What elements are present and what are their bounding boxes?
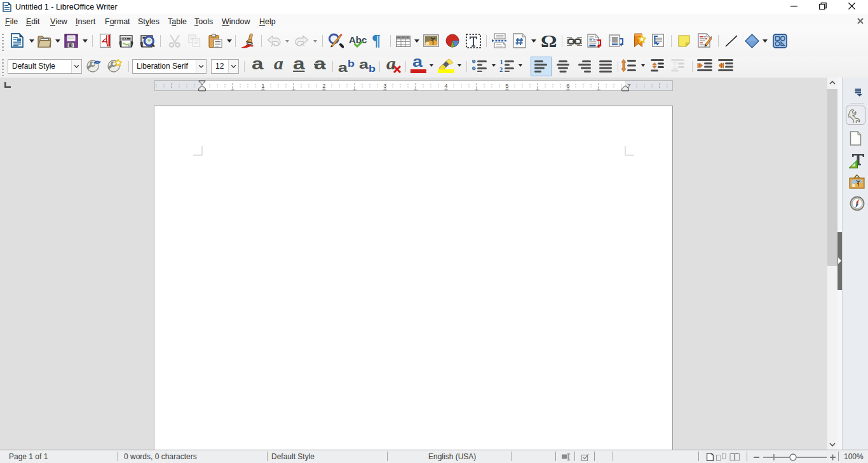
svg-text:6: 6: [566, 82, 569, 89]
svg-text:3: 3: [383, 82, 386, 89]
svg-text:7: 7: [627, 82, 630, 89]
svg-text:2: 2: [499, 66, 503, 73]
svg-text:4: 4: [444, 82, 447, 89]
svg-text:1: 1: [261, 82, 264, 89]
svg-text:5: 5: [505, 82, 508, 89]
svg-text:1: 1: [500, 60, 503, 66]
svg-text:2: 2: [322, 82, 325, 89]
